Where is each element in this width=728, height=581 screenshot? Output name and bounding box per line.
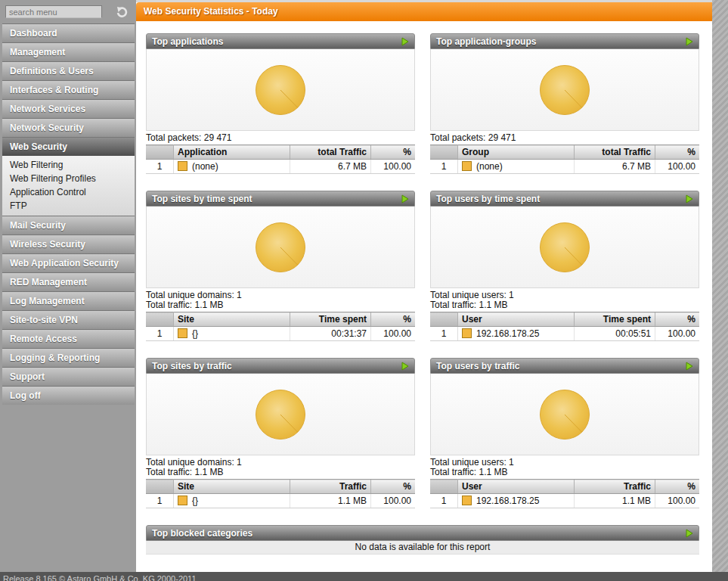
report-table: User Time spent % 1 192.168.178.25 00:05…: [430, 312, 699, 341]
percent-header: %: [655, 480, 700, 494]
percent-cell: 100.00: [371, 494, 416, 508]
legend-swatch: [462, 328, 472, 338]
sidebar-item-mail-security[interactable]: Mail Security: [2, 216, 135, 235]
expand-arrow-icon[interactable]: [686, 529, 693, 538]
value-cell: 6.7 MB: [575, 160, 655, 174]
report-table: Site Time spent % 1 {} 00:31:37 100.00: [146, 312, 415, 341]
sidebar-item-network-services[interactable]: Network Services: [2, 99, 135, 118]
expand-arrow-icon[interactable]: [401, 362, 409, 371]
sidebar-item-dashboard[interactable]: Dashboard: [2, 23, 135, 42]
name-header: Site: [174, 312, 290, 327]
legend-swatch: [462, 161, 472, 171]
refresh-icon[interactable]: [114, 5, 129, 20]
panel-header[interactable]: Top sites by time spent: [146, 191, 415, 207]
panel-top-blocked-categories: Top blocked categories No data is availa…: [146, 525, 699, 555]
value-header: Time spent: [290, 312, 371, 327]
panel-header[interactable]: Top users by traffic: [430, 358, 699, 374]
panel-title: Top blocked categories: [152, 528, 252, 539]
report-table: Application total Traffic % 1 (none) 6.7…: [146, 144, 415, 174]
table-row: 1 {} 1.1 MB 100.00: [146, 494, 415, 508]
sidebar-item-logging-reporting[interactable]: Logging & Reporting: [2, 348, 135, 367]
menu-search-input[interactable]: [5, 5, 102, 18]
value-header: total Traffic: [575, 145, 655, 160]
panel-header[interactable]: Top blocked categories: [146, 525, 699, 541]
table-row: 1 192.168.178.25 1.1 MB 100.00: [430, 494, 699, 508]
sidebar-item-red-management[interactable]: RED Management: [2, 272, 135, 291]
value-cell: 1.1 MB: [290, 494, 371, 508]
value-cell: 00:05:51: [575, 327, 655, 341]
rank-header: [146, 480, 174, 494]
submenu-item-web-filtering[interactable]: Web Filtering: [2, 158, 135, 172]
value-header: Traffic: [575, 480, 655, 494]
rank-header: [430, 145, 458, 160]
name-header: User: [458, 312, 575, 327]
main-content: Web Security Statistics - Today Top appl…: [136, 0, 712, 572]
pie-chart: [430, 207, 699, 288]
panel-top-users-by-time-spent: Top users by time spent Total unique use…: [430, 191, 699, 341]
panel-header[interactable]: Top applications: [146, 33, 415, 49]
sidebar-item-web-application-security[interactable]: Web Application Security: [2, 253, 135, 272]
panel-top-sites-by-traffic: Top sites by traffic Total unique domain…: [146, 358, 415, 508]
footer: Release 8.165 © Astaro GmbH & Co. KG 200…: [0, 572, 728, 581]
sidebar-item-network-security[interactable]: Network Security: [2, 118, 135, 137]
pie-chart: [146, 374, 415, 455]
value-header: total Traffic: [290, 145, 371, 160]
sidebar-item-log-off[interactable]: Log off: [2, 386, 135, 405]
panel-summary: Total unique domains: 1Total traffic: 1.…: [146, 458, 415, 477]
sidebar-item-definitions-users[interactable]: Definitions & Users: [2, 61, 135, 80]
sidebar-item-log-management[interactable]: Log Management: [2, 291, 135, 310]
submenu-item-web-filtering-profiles[interactable]: Web Filtering Profiles: [2, 172, 135, 185]
rank-header: [430, 312, 458, 327]
sidebar-item-support[interactable]: Support: [2, 367, 135, 386]
legend-swatch: [178, 161, 187, 171]
web-security-submenu: Web Filtering Web Filtering Profiles App…: [2, 156, 135, 216]
panel-top-users-by-traffic: Top users by traffic Total unique users:…: [430, 358, 699, 508]
name-cell: 192.168.178.25: [476, 328, 539, 339]
expand-arrow-icon[interactable]: [686, 194, 693, 204]
pie-chart: [146, 207, 415, 288]
table-row: 1 {} 00:31:37 100.00: [146, 327, 415, 341]
percent-header: %: [371, 480, 416, 494]
panel-header[interactable]: Top users by time spent: [430, 191, 699, 207]
sidebar-menu: Dashboard Management Definitions & Users…: [0, 23, 136, 405]
panel-header[interactable]: Top application-groups: [430, 33, 699, 49]
sidebar-item-site-to-site-vpn[interactable]: Site-to-site VPN: [2, 310, 135, 329]
expand-arrow-icon[interactable]: [686, 362, 693, 371]
name-header: Application: [174, 145, 290, 160]
percent-header: %: [371, 145, 416, 160]
legend-swatch: [462, 496, 472, 505]
name-cell: (none): [476, 161, 503, 172]
expand-arrow-icon[interactable]: [686, 37, 693, 46]
panel-top-sites-by-time-spent: Top sites by time spent Total unique dom…: [146, 191, 415, 341]
report-table: User Traffic % 1 192.168.178.25 1.1 MB 1…: [430, 479, 699, 508]
sidebar-item-wireless-security[interactable]: Wireless Security: [2, 235, 135, 253]
expand-arrow-icon[interactable]: [401, 194, 409, 204]
table-row: 1 192.168.178.25 00:05:51 100.00: [430, 327, 699, 341]
name-header: Group: [458, 145, 575, 160]
sidebar-item-management[interactable]: Management: [2, 42, 135, 61]
sidebar-item-interfaces-routing[interactable]: Interfaces & Routing: [2, 80, 135, 99]
percent-header: %: [655, 145, 700, 160]
panel-summary: Total unique users: 1Total traffic: 1.1 …: [430, 458, 699, 477]
pie-chart: [146, 49, 415, 131]
sidebar-item-web-security[interactable]: Web Security: [2, 137, 135, 156]
rank-cell: 1: [430, 494, 458, 508]
submenu-item-ftp[interactable]: FTP: [2, 199, 135, 213]
panel-title: Top sites by time spent: [152, 194, 252, 204]
panel-header[interactable]: Top sites by traffic: [146, 358, 415, 374]
rank-cell: 1: [146, 160, 174, 174]
value-cell: 1.1 MB: [575, 494, 655, 508]
percent-cell: 100.00: [371, 327, 416, 341]
background-stripe-strip: [712, 0, 728, 572]
submenu-item-application-control[interactable]: Application Control: [2, 185, 135, 199]
percent-cell: 100.00: [655, 494, 700, 508]
percent-cell: 100.00: [371, 160, 416, 174]
percent-header: %: [371, 312, 416, 327]
panel-top-applications: Top applications Total packets: 29 471 A…: [146, 33, 415, 174]
sidebar-item-remote-access[interactable]: Remote Access: [2, 329, 135, 348]
pie-chart: [430, 49, 699, 131]
pie-chart: [430, 374, 699, 455]
value-header: Traffic: [290, 480, 371, 494]
panel-title: Top users by traffic: [436, 361, 519, 371]
expand-arrow-icon[interactable]: [401, 37, 409, 46]
